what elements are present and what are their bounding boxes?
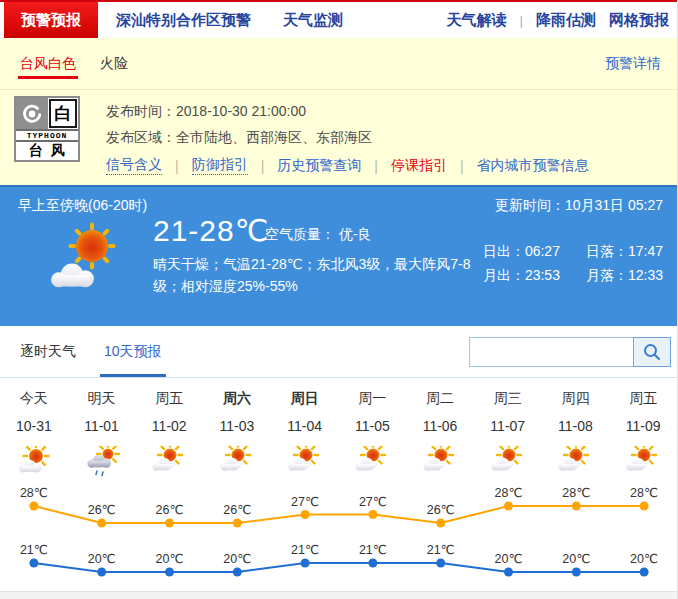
forecast-day-column-4[interactable]: 周日 11-04 <box>271 390 339 480</box>
typhoon-spiral-icon <box>16 98 48 129</box>
sun-clouds-icon <box>352 446 392 478</box>
sun-moon-item-2: 月出：23:53 <box>483 267 560 285</box>
forecast-tabs: 逐时天气10天预报 <box>20 326 190 377</box>
warning-detail-link[interactable]: 预警详情 <box>605 55 661 73</box>
data-label: 21℃ <box>427 543 455 557</box>
link-divider: | <box>261 158 265 174</box>
tab-warning-forecast[interactable]: 预警预报 <box>4 2 98 38</box>
sun-cloud-icon <box>14 446 54 478</box>
top-right-link-2[interactable]: 网格预报 <box>609 11 669 30</box>
forecast-day-column-7[interactable]: 周三 11-07 <box>474 390 542 480</box>
top-nav: 预警预报 深汕特别合作区预警天气监测 天气解读|降雨估测网格预报 <box>0 0 677 38</box>
search-button[interactable] <box>633 337 671 367</box>
typhoon-warning-icon: 白 TYPHOON 台风 <box>14 96 80 162</box>
day-date: 11-07 <box>474 418 542 446</box>
warning-link-4[interactable]: 省内城市预警信息 <box>477 157 589 175</box>
data-point <box>436 559 445 568</box>
link-divider: | <box>175 158 179 174</box>
data-label: 20℃ <box>495 552 523 566</box>
data-label: 20℃ <box>562 552 590 566</box>
forecast-day-column-2[interactable]: 周五 11-02 <box>135 390 203 480</box>
forecast-tab-1[interactable]: 10天预报 <box>104 326 162 377</box>
forecast-day-column-9[interactable]: 周五 11-09 <box>609 390 677 480</box>
data-point <box>165 568 174 577</box>
data-point <box>97 519 106 528</box>
day-name: 周二 <box>406 390 474 418</box>
day-name: 周五 <box>135 390 203 418</box>
sun-clouds-icon <box>149 446 189 478</box>
weather-description: 晴天干燥；气温21-28℃；东北风3级，最大阵风7-8级；相对湿度25%-55% <box>153 253 498 297</box>
data-point <box>572 502 581 511</box>
forecast-day-column-0[interactable]: 今天 10-31 <box>0 390 68 480</box>
footer-strip <box>0 591 677 599</box>
warning-info-panel: 白 TYPHOON 台风 发布时间：2018-10-30 21:00:00 发布… <box>0 90 677 185</box>
forecast-day-column-5[interactable]: 周一 11-05 <box>338 390 406 480</box>
data-label: 28℃ <box>20 486 48 500</box>
top-nav-right-links: 天气解读|降雨估测网格预报 <box>447 2 677 38</box>
data-point <box>29 502 38 511</box>
current-weather-panel: 早上至傍晚(06-20时) 更新时间：10月31日 05:27 21-28℃ 空… <box>0 185 677 326</box>
warning-tab-1[interactable]: 火险 <box>100 38 128 89</box>
publish-area-row: 发布区域：全市陆地、西部海区、东部海区 <box>106 124 589 150</box>
air-quality: 空气质量： 优-良 <box>265 226 372 244</box>
top-tab-1[interactable]: 天气监测 <box>283 11 343 30</box>
top-tab-0[interactable]: 深汕特别合作区预警 <box>116 11 251 30</box>
day-name: 明天 <box>68 390 136 418</box>
top-right-link-1[interactable]: 降雨估测 <box>536 11 596 30</box>
data-label: 20℃ <box>156 552 184 566</box>
warning-level-char: 白 <box>49 99 77 128</box>
sun-clouds-icon <box>420 446 460 478</box>
day-date: 11-08 <box>542 418 610 446</box>
data-label: 27℃ <box>291 495 319 509</box>
search-input[interactable] <box>469 337 633 367</box>
warning-link-2[interactable]: 历史预警查询 <box>277 157 361 175</box>
warning-tab-0[interactable]: 台风白色 <box>20 38 76 89</box>
forecast-tab-bar: 逐时天气10天预报 <box>0 326 677 378</box>
day-name: 周三 <box>474 390 542 418</box>
data-label: 26℃ <box>427 503 455 517</box>
forecast-tab-0[interactable]: 逐时天气 <box>20 326 76 377</box>
forecast-day-column-8[interactable]: 周四 11-08 <box>542 390 610 480</box>
day-name: 今天 <box>0 390 68 418</box>
data-label: 20℃ <box>223 552 251 566</box>
data-label: 26℃ <box>223 503 251 517</box>
forecast-day-column-6[interactable]: 周二 11-06 <box>406 390 474 480</box>
data-label: 26℃ <box>88 503 116 517</box>
day-name: 周日 <box>271 390 339 418</box>
day-date: 11-01 <box>68 418 136 446</box>
day-date: 11-02 <box>135 418 203 446</box>
current-weather-icon <box>36 221 136 301</box>
data-label: 26℃ <box>156 503 184 517</box>
ten-day-forecast-grid: 今天 10-31 明天 11-01 周五 11-02 <box>0 378 677 480</box>
weather-warning-page: 预警预报 深汕特别合作区预警天气监测 天气解读|降雨估测网格预报 台风白色火险 … <box>0 0 678 599</box>
warning-link-3[interactable]: 停课指引 <box>391 157 447 175</box>
forecast-period-label: 早上至傍晚(06-20时) <box>18 197 147 215</box>
warning-link-0[interactable]: 信号含义 <box>106 156 162 175</box>
data-point <box>640 502 649 511</box>
forecast-day-column-3[interactable]: 周六 11-03 <box>203 390 271 480</box>
data-label: 28℃ <box>630 486 658 500</box>
data-point <box>436 519 445 528</box>
temperature-chart-svg: 28℃26℃26℃26℃27℃27℃26℃28℃28℃28℃21℃20℃20℃2… <box>0 480 678 599</box>
data-point <box>165 519 174 528</box>
day-date: 11-04 <box>271 418 339 446</box>
warning-link-1[interactable]: 防御指引 <box>192 156 248 175</box>
data-label: 21℃ <box>20 543 48 557</box>
top-right-link-0[interactable]: 天气解读 <box>447 11 507 30</box>
data-label: 20℃ <box>88 552 116 566</box>
data-point <box>504 568 513 577</box>
day-name: 周四 <box>542 390 610 418</box>
day-date: 11-06 <box>406 418 474 446</box>
forecast-day-column-1[interactable]: 明天 11-01 <box>68 390 136 480</box>
data-point <box>572 568 581 577</box>
sun-moon-item-1: 日落：17:47 <box>586 243 663 261</box>
data-point <box>301 559 310 568</box>
data-point <box>504 502 513 511</box>
search-icon <box>642 342 662 362</box>
data-label: 21℃ <box>359 543 387 557</box>
data-label: 28℃ <box>495 486 523 500</box>
data-point <box>97 568 106 577</box>
data-label: 20℃ <box>630 552 658 566</box>
day-name: 周六 <box>203 390 271 418</box>
data-point <box>233 568 242 577</box>
